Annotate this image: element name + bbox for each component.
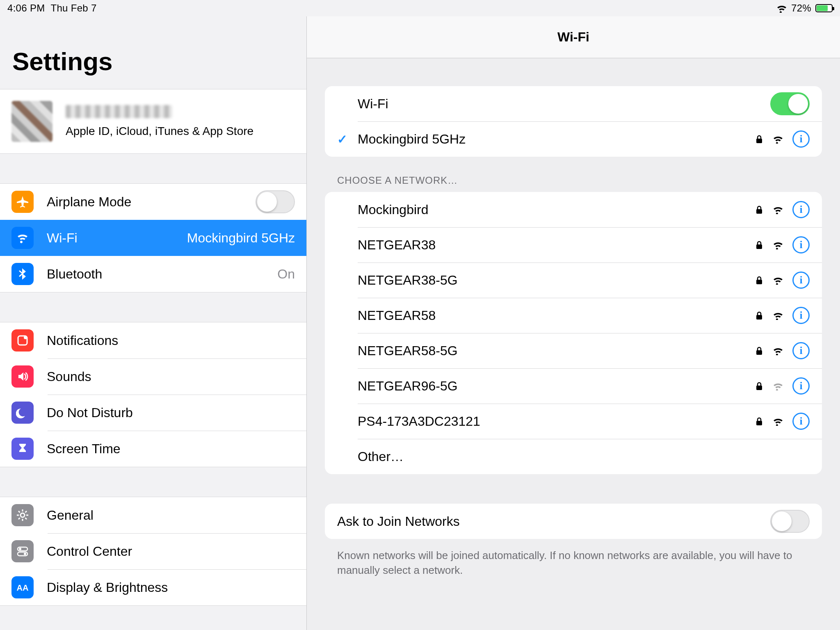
other-label: Other… (358, 449, 404, 464)
network-row[interactable]: NETGEAR96-5Gi (325, 368, 822, 404)
network-row[interactable]: NETGEAR38i (325, 227, 822, 262)
sidebar-item-do-not-disturb[interactable]: Do Not Disturb (0, 395, 306, 431)
sidebar-item-notifications[interactable]: Notifications (0, 322, 306, 358)
network-name: NETGEAR96-5G (358, 379, 458, 394)
wifi-toggle[interactable] (770, 92, 810, 115)
toggles-icon (11, 540, 34, 562)
hourglass-icon (11, 438, 34, 460)
signal-icon (773, 381, 783, 390)
bluetooth-icon (11, 263, 34, 285)
account-subtitle: Apple ID, iCloud, iTunes & App Store (66, 125, 253, 138)
sounds-label: Sounds (47, 369, 91, 384)
network-row[interactable]: NETGEAR58-5Gi (325, 333, 822, 368)
notifications-icon (11, 329, 34, 352)
settings-sidebar: Settings Apple ID, iCloud, iTunes & App … (0, 16, 307, 630)
info-button[interactable]: i (792, 272, 810, 289)
sidebar-item-bluetooth[interactable]: Bluetooth On (0, 256, 306, 292)
bluetooth-label: Bluetooth (47, 267, 102, 282)
sidebar-item-display-brightness[interactable]: Display & Brightness (0, 569, 306, 605)
airplane-label: Airplane Mode (47, 194, 131, 210)
wifi-detail-pane: Wi-Fi Wi-Fi ✓ Mockingbird 5GHz i (307, 16, 840, 630)
info-button[interactable]: i (792, 236, 810, 253)
lock-icon (755, 135, 764, 144)
lock-icon (755, 417, 764, 426)
sidebar-item-control-center[interactable]: Control Center (0, 533, 306, 569)
sidebar-item-sounds[interactable]: Sounds (0, 358, 306, 395)
sidebar-item-wifi[interactable]: Wi-Fi Mockingbird 5GHz (0, 220, 306, 256)
network-row[interactable]: PS4-173A3DC23121i (325, 404, 822, 439)
connected-network-row[interactable]: ✓ Mockingbird 5GHz i (325, 121, 822, 157)
airplane-icon (11, 191, 34, 213)
info-button[interactable]: i (792, 342, 810, 359)
avatar (11, 101, 52, 142)
network-row[interactable]: NETGEAR38-5Gi (325, 262, 822, 298)
signal-icon (773, 311, 783, 320)
gear-icon (11, 504, 34, 526)
wifi-master-label: Wi-Fi (358, 96, 388, 112)
lock-icon (755, 346, 764, 355)
status-wifi-icon (776, 4, 787, 13)
status-battery-pct: 72% (791, 2, 811, 14)
info-button[interactable]: i (792, 377, 810, 395)
signal-icon (773, 135, 783, 144)
status-bar: 4:06 PM Thu Feb 7 72% (0, 0, 840, 16)
sidebar-item-airplane-mode[interactable]: Airplane Mode (0, 184, 306, 220)
aa-icon (11, 576, 34, 598)
info-button[interactable]: i (792, 201, 810, 218)
dnd-label: Do Not Disturb (47, 405, 133, 420)
airplane-toggle[interactable] (256, 190, 295, 213)
network-name: Mockingbird (358, 202, 429, 217)
other-network-row[interactable]: Other… (325, 439, 822, 474)
lock-icon (755, 311, 764, 320)
sidebar-title: Settings (0, 16, 306, 89)
signal-icon (773, 417, 783, 426)
general-label: General (47, 508, 94, 523)
sounds-icon (11, 365, 34, 388)
network-row[interactable]: NETGEAR58i (325, 298, 822, 333)
signal-icon (773, 205, 783, 214)
lock-icon (755, 240, 764, 249)
battery-icon (815, 4, 833, 12)
moon-icon (11, 402, 34, 424)
wifi-icon (11, 227, 34, 249)
notifications-label: Notifications (47, 333, 118, 348)
signal-icon (773, 346, 783, 355)
sidebar-item-screen-time[interactable]: Screen Time (0, 431, 306, 467)
bluetooth-value: On (277, 267, 295, 282)
screentime-label: Screen Time (47, 441, 121, 457)
checkmark-icon: ✓ (337, 132, 347, 146)
display-label: Display & Brightness (47, 580, 168, 595)
network-name: NETGEAR58-5G (358, 343, 458, 358)
signal-icon (773, 240, 783, 249)
lock-icon (755, 205, 764, 214)
connected-network-name: Mockingbird 5GHz (358, 132, 466, 147)
network-name: NETGEAR38 (358, 237, 436, 253)
info-button[interactable]: i (792, 307, 810, 324)
networks-list: MockingbirdiNETGEAR38iNETGEAR38-5GiNETGE… (325, 192, 822, 474)
status-date: Thu Feb 7 (50, 2, 96, 14)
network-row[interactable]: Mockingbirdi (325, 192, 822, 227)
controlcenter-label: Control Center (47, 544, 132, 559)
wifi-value: Mockingbird 5GHz (187, 231, 295, 246)
network-name: PS4-173A3DC23121 (358, 414, 480, 429)
signal-icon (773, 276, 783, 285)
ask-to-join-label: Ask to Join Networks (337, 514, 460, 529)
choose-network-header: Choose a Network… (325, 157, 822, 192)
lock-icon (755, 276, 764, 285)
account-name-redacted (66, 105, 172, 118)
wifi-master-row: Wi-Fi (325, 86, 822, 121)
ask-to-join-footer: Known networks will be joined automatica… (325, 539, 822, 578)
lock-icon (755, 381, 764, 390)
network-name: NETGEAR58 (358, 308, 436, 323)
sidebar-item-general[interactable]: General (0, 497, 306, 533)
ask-to-join-toggle[interactable] (770, 510, 810, 533)
detail-title: Wi-Fi (307, 16, 840, 58)
ask-to-join-row: Ask to Join Networks (325, 504, 822, 539)
info-button[interactable]: i (792, 413, 810, 430)
network-name: NETGEAR38-5G (358, 273, 458, 288)
info-button[interactable]: i (792, 130, 810, 148)
status-time: 4:06 PM (7, 2, 45, 14)
battery-fill (817, 5, 828, 11)
sidebar-item-apple-id[interactable]: Apple ID, iCloud, iTunes & App Store (0, 89, 306, 153)
wifi-label: Wi-Fi (47, 231, 78, 246)
